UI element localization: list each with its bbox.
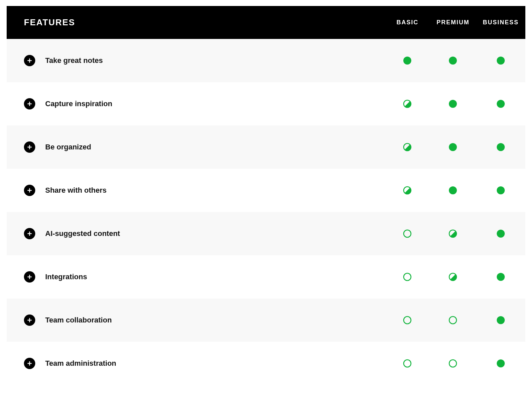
plan-status-cell xyxy=(385,125,430,169)
status-empty-icon xyxy=(403,229,412,238)
feature-cell: AI-suggested content xyxy=(7,212,385,255)
feature-label: Take great notes xyxy=(45,56,103,65)
plan-status-cell xyxy=(430,169,476,212)
status-full-icon xyxy=(403,56,412,65)
expand-row-button[interactable] xyxy=(24,271,35,283)
table-header-row: FEATURES BASIC PREMIUM BUSINESS xyxy=(7,6,525,39)
feature-label: Integrations xyxy=(45,273,87,281)
feature-label: Capture inspiration xyxy=(45,100,112,108)
feature-cell: Team collaboration xyxy=(7,299,385,342)
status-full-icon xyxy=(496,273,505,281)
svg-point-24 xyxy=(449,186,457,194)
status-full-icon xyxy=(496,56,505,65)
status-full-icon xyxy=(496,316,505,324)
plan-status-cell xyxy=(476,342,525,385)
plan-status-cell xyxy=(385,39,430,82)
plan-status-cell xyxy=(385,169,430,212)
feature-label: Be organized xyxy=(45,143,91,151)
feature-cell: Be organized xyxy=(7,125,385,169)
status-partial-icon xyxy=(449,273,457,281)
plan-status-cell xyxy=(476,255,525,299)
svg-marker-37 xyxy=(449,273,457,281)
status-full-icon xyxy=(449,143,457,151)
plan-status-cell xyxy=(430,82,476,125)
plus-icon xyxy=(27,187,33,193)
status-full-icon xyxy=(496,100,505,108)
svg-point-44 xyxy=(497,316,505,324)
plan-status-cell xyxy=(476,212,525,255)
plan-status-cell xyxy=(385,342,430,385)
plus-icon xyxy=(27,360,33,366)
table-row: Team collaboration xyxy=(7,299,525,342)
status-empty-icon xyxy=(403,359,412,368)
status-full-icon xyxy=(449,186,457,195)
plan-status-cell xyxy=(476,125,525,169)
plan-status-cell xyxy=(430,299,476,342)
svg-point-3 xyxy=(449,57,457,65)
plus-icon xyxy=(27,101,33,107)
plan-status-cell xyxy=(476,169,525,212)
plan-status-cell xyxy=(476,299,525,342)
feature-cell: Integrations xyxy=(7,255,385,299)
status-full-icon xyxy=(496,186,505,195)
status-full-icon xyxy=(496,229,505,238)
plan-status-cell xyxy=(476,39,525,82)
table-row: Integrations xyxy=(7,255,525,299)
feature-label: AI-suggested content xyxy=(45,229,120,238)
plan-status-cell xyxy=(430,255,476,299)
table-row: Capture inspiration xyxy=(7,82,525,125)
feature-comparison-table: FEATURES BASIC PREMIUM BUSINESS Take gre… xyxy=(7,6,525,385)
svg-point-43 xyxy=(449,316,457,324)
svg-point-47 xyxy=(404,360,411,367)
svg-marker-22 xyxy=(403,186,412,195)
feature-label: Share with others xyxy=(45,186,107,195)
table-row: Take great notes xyxy=(7,39,525,82)
expand-row-button[interactable] xyxy=(24,358,35,369)
header-plan-premium: PREMIUM xyxy=(430,6,476,39)
comparison-table-wrap: FEATURES BASIC PREMIUM BUSINESS Take gre… xyxy=(0,0,532,391)
svg-marker-15 xyxy=(403,143,412,151)
expand-row-button[interactable] xyxy=(24,228,35,239)
plus-icon xyxy=(27,231,33,237)
status-empty-icon xyxy=(449,316,457,324)
svg-point-39 xyxy=(497,273,505,281)
svg-point-11 xyxy=(497,100,505,108)
table-row: Team administration xyxy=(7,342,525,385)
status-empty-icon xyxy=(403,273,412,281)
expand-row-button[interactable] xyxy=(24,185,35,196)
header-plan-business: BUSINESS xyxy=(476,6,525,39)
feature-cell: Team administration xyxy=(7,342,385,385)
svg-point-49 xyxy=(497,359,505,367)
svg-point-4 xyxy=(497,57,505,65)
feature-cell: Capture inspiration xyxy=(7,82,385,125)
plus-icon xyxy=(27,58,33,64)
feature-label: Team collaboration xyxy=(45,316,112,324)
svg-point-32 xyxy=(497,230,505,238)
status-partial-icon xyxy=(449,229,457,238)
plan-status-cell xyxy=(385,212,430,255)
expand-row-button[interactable] xyxy=(24,55,35,66)
svg-point-2 xyxy=(403,57,411,65)
feature-cell: Take great notes xyxy=(7,39,385,82)
plan-status-cell xyxy=(385,82,430,125)
plan-status-cell xyxy=(430,39,476,82)
expand-row-button[interactable] xyxy=(24,98,35,109)
status-empty-icon xyxy=(449,359,457,368)
svg-point-17 xyxy=(449,143,457,151)
svg-point-35 xyxy=(404,273,411,281)
plus-icon xyxy=(27,317,33,323)
status-full-icon xyxy=(496,359,505,368)
plan-status-cell xyxy=(476,82,525,125)
header-features: FEATURES xyxy=(7,6,385,39)
status-full-icon xyxy=(496,143,505,151)
svg-point-10 xyxy=(449,100,457,108)
expand-row-button[interactable] xyxy=(24,141,35,153)
plan-status-cell xyxy=(430,125,476,169)
plan-status-cell xyxy=(385,255,430,299)
expand-row-button[interactable] xyxy=(24,314,35,326)
status-partial-icon xyxy=(403,100,412,108)
svg-marker-30 xyxy=(449,229,457,238)
plan-status-cell xyxy=(385,299,430,342)
status-full-icon xyxy=(449,100,457,108)
status-partial-icon xyxy=(403,186,412,195)
